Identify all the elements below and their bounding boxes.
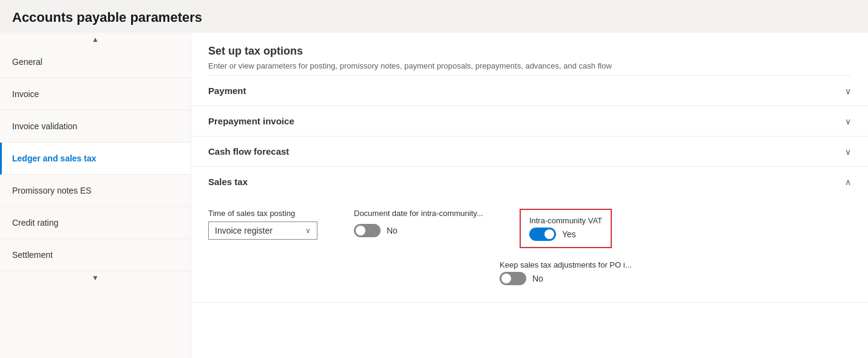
payment-chevron-icon: ∨ xyxy=(845,86,851,96)
intra-community-vat-group: Intra-community VAT Yes xyxy=(520,209,612,248)
keep-sales-tax-toggle-label: No xyxy=(532,274,543,283)
prepayment-section: Prepayment invoice ∨ xyxy=(191,106,868,137)
cashflow-chevron-icon: ∨ xyxy=(845,147,851,157)
sidebar-item-invoice-validation[interactable]: Invoice validation xyxy=(0,110,191,143)
sales-tax-chevron-icon: ∧ xyxy=(845,177,851,187)
section-description: Enter or view parameters for posting, pr… xyxy=(208,61,851,70)
sales-tax-section: Sales tax ∧ Time of sales tax posting In… xyxy=(191,167,868,303)
cashflow-title: Cash flow forecast xyxy=(208,146,289,157)
time-of-sales-tax-label: Time of sales tax posting xyxy=(208,209,317,218)
prepayment-chevron-icon: ∨ xyxy=(845,117,851,126)
sales-tax-collapse-header[interactable]: Sales tax ∧ xyxy=(191,167,868,197)
time-of-sales-tax-dropdown[interactable]: Invoice register ∨ xyxy=(208,221,317,240)
sidebar: ▲ General Invoice Invoice validation Led… xyxy=(0,33,191,358)
time-of-sales-tax-value: Invoice register xyxy=(215,226,300,235)
intra-community-vat-toggle-label: Yes xyxy=(562,229,576,239)
sidebar-item-invoice[interactable]: Invoice xyxy=(0,78,191,110)
scroll-down-arrow[interactable]: ▼ xyxy=(0,271,191,285)
page-title: Accounts payable parameters xyxy=(0,0,868,33)
intra-community-vat-highlight-box: Intra-community VAT Yes xyxy=(520,209,612,248)
document-date-toggle[interactable] xyxy=(354,224,381,237)
intra-community-vat-toggle-row: Yes xyxy=(529,228,602,241)
intra-community-vat-slider xyxy=(529,228,556,241)
keep-sales-tax-group: Keep sales tax adjustments for PO i... N… xyxy=(500,260,851,285)
sidebar-item-credit-rating[interactable]: Credit rating xyxy=(0,207,191,239)
sales-tax-content: Time of sales tax posting Invoice regist… xyxy=(191,197,868,302)
cashflow-section: Cash flow forecast ∨ xyxy=(191,137,868,167)
payment-collapse-header[interactable]: Payment ∨ xyxy=(191,76,868,106)
dropdown-chevron-icon: ∨ xyxy=(305,226,311,235)
keep-sales-tax-label: Keep sales tax adjustments for PO i... xyxy=(500,260,851,269)
sidebar-item-ledger-sales-tax[interactable]: Ledger and sales tax xyxy=(0,143,191,175)
document-date-toggle-label: No xyxy=(387,226,398,235)
prepayment-collapse-header[interactable]: Prepayment invoice ∨ xyxy=(191,106,868,136)
prepayment-title: Prepayment invoice xyxy=(208,116,294,126)
cashflow-collapse-header[interactable]: Cash flow forecast ∨ xyxy=(191,137,868,166)
document-date-toggle-row: No xyxy=(354,224,483,237)
time-of-sales-tax-group: Time of sales tax posting Invoice regist… xyxy=(208,209,317,240)
sidebar-item-general[interactable]: General xyxy=(0,46,191,78)
intra-community-vat-toggle[interactable] xyxy=(529,228,556,241)
keep-sales-tax-slider xyxy=(500,272,526,285)
section-title: Set up tax options xyxy=(208,45,851,58)
intra-community-vat-label: Intra-community VAT xyxy=(529,216,602,225)
sales-tax-title: Sales tax xyxy=(208,177,248,187)
keep-sales-tax-toggle-row: No xyxy=(500,272,851,285)
document-date-slider xyxy=(354,224,381,237)
sidebar-item-settlement[interactable]: Settlement xyxy=(0,239,191,271)
keep-sales-tax-toggle[interactable] xyxy=(500,272,526,285)
section-header: Set up tax options Enter or view paramet… xyxy=(191,33,868,75)
main-content: Set up tax options Enter or view paramet… xyxy=(191,33,868,358)
document-date-label: Document date for intra-community... xyxy=(354,209,483,218)
payment-title: Payment xyxy=(208,86,246,96)
payment-section: Payment ∨ xyxy=(191,76,868,106)
sidebar-item-promissory-notes[interactable]: Promissory notes ES xyxy=(0,175,191,207)
fields-row: Time of sales tax posting Invoice regist… xyxy=(208,209,851,248)
document-date-group: Document date for intra-community... No xyxy=(354,209,483,237)
scroll-up-arrow[interactable]: ▲ xyxy=(0,33,191,46)
